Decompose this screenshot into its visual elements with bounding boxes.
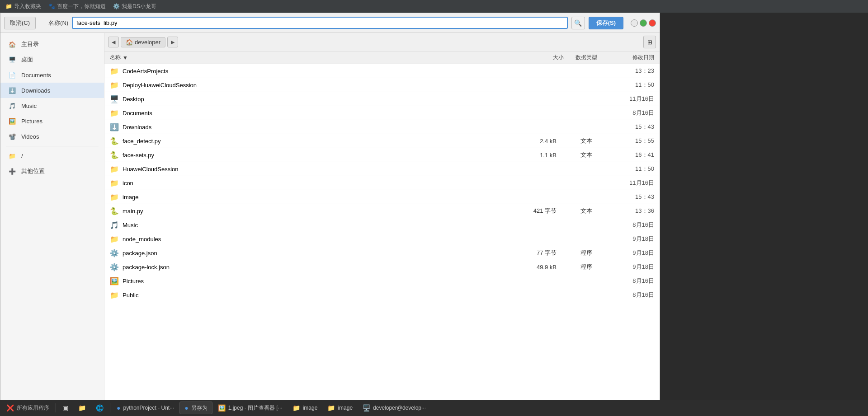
import-icon: 📁 <box>5 3 12 9</box>
ds-link[interactable]: ⚙️ 我是DS小龙哥 <box>113 3 156 10</box>
baidu-icon: 🐾 <box>48 3 55 9</box>
top-bar: 📁 导入收藏夹 🐾 百度一下，你就知道 ⚙️ 我是DS小龙哥 <box>0 0 868 13</box>
import-bookmarks[interactable]: 📁 导入收藏夹 <box>5 3 41 10</box>
baidu-link[interactable]: 🐾 百度一下，你就知道 <box>48 3 106 10</box>
ds-icon: ⚙️ <box>113 3 120 9</box>
